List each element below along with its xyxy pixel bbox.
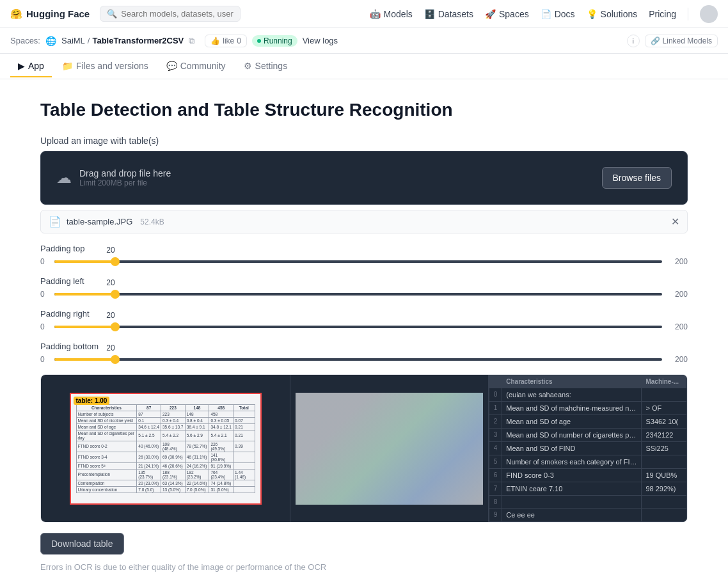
nav-spaces[interactable]: 🚀 Spaces [485,9,529,19]
link-icon: 🔗 [651,36,660,45]
search-bar[interactable]: 🔍 [100,6,241,22]
row-index: 9 [489,509,502,522]
sliders-container: Padding top 0 20 200 Padding left 0 [40,244,688,364]
table-row: 6 FIND score 0-3 19 QUB% [489,469,687,482]
row-c2: > OF [642,402,687,415]
table-row: 4 Mean and SD of FIND SSi225 [489,442,687,455]
slider-label-3: Padding bottom [40,342,688,351]
breadcrumb: SaiML / TableTransformer2CSV ⧉ [61,36,194,46]
breadcrumb-repo[interactable]: TableTransformer2CSV [92,36,184,45]
row-index: 8 [489,496,502,509]
view-logs-link[interactable]: View logs [303,36,338,45]
extracted-data-table: Characteristics Machine-... 0 (euian we … [489,375,687,522]
nav-datasets-label: Datasets [438,9,473,19]
nav-pricing[interactable]: Pricing [649,9,676,19]
model-icon: 🤖 [370,9,381,19]
tab-community[interactable]: 💬 Community [159,56,233,77]
structure-panel [290,375,489,522]
upload-zone-left: ☁ Drag and drop file here Limit 200MB pe… [56,168,171,187]
browse-files-button[interactable]: Browse files [602,167,672,189]
drag-text: Drag and drop file here [79,168,171,178]
slider-track-3[interactable]: 20 [54,358,662,361]
row-c2 [642,388,687,402]
slider-thumb-1[interactable]: 20 [111,290,120,299]
slider-thumb-3[interactable]: 20 [111,355,120,364]
table-row: 1 Mean and SD of mahchine-measured nicot… [489,402,687,415]
tab-settings[interactable]: ⚙ Settings [236,56,296,77]
slider-thumb-2[interactable]: 20 [111,322,120,331]
slider-row-1: 0 20 200 [40,290,688,299]
breadcrumb-org[interactable]: SaiML [61,36,85,45]
nav-docs[interactable]: 📄 Docs [541,9,575,19]
table-row: 3 Mean and SD of number of cigarettes pe… [489,429,687,442]
page-title: Table Detection and Table Structure Reco… [40,100,688,120]
status-dot [257,39,261,43]
upload-icon: ☁ [56,169,72,187]
slider-fill-2 [54,326,115,328]
nav-models-label: Models [384,9,413,19]
slider-value-1: 20 [106,278,115,287]
row-index: 6 [489,469,502,482]
nav-datasets[interactable]: 🗄️ Datasets [424,9,473,19]
slider-track-1[interactable]: 20 [54,293,662,296]
slider-row-0: 0 20 200 [40,257,688,266]
tab-community-label: Community [180,61,226,71]
slider-min-2: 0 [40,322,48,331]
settings-icon: ⚙ [244,61,252,71]
like-count: 0 [237,36,241,45]
like-label: like [223,36,234,45]
row-c1: Number of smokers each category of FIND [502,455,642,469]
slider-track-2[interactable]: 20 [54,326,662,328]
avatar[interactable] [700,5,718,23]
nav-models[interactable]: 🤖 Models [370,9,413,19]
site-logo[interactable]: 🤗 Hugging Face [10,8,90,20]
col-header-characteristics: Characteristics [502,375,642,388]
row-index: 7 [489,482,502,496]
tabs: ▶ App 📁 Files and versions 💬 Community ⚙… [0,54,728,79]
nav-spaces-label: Spaces [499,9,529,19]
tab-files[interactable]: 📁 Files and versions [54,56,156,77]
tab-app[interactable]: ▶ App [10,56,52,77]
row-c1: Mean and SD of age [502,415,642,429]
slider-thumb-0[interactable]: 20 [111,257,120,266]
info-icon[interactable]: i [627,35,640,47]
slider-max-3: 200 [669,355,688,364]
row-index: 5 [489,455,502,469]
row-c1: Ce ee ee [502,509,642,522]
nav-links: 🤖 Models 🗄️ Datasets 🚀 Spaces 📄 Docs 💡 S… [370,5,718,23]
slider-row-2: 0 20 200 [40,322,688,331]
nav-solutions[interactable]: 💡 Solutions [587,9,638,19]
top-nav: 🤗 Hugging Face 🔍 🤖 Models 🗄️ Datasets 🚀 … [0,0,728,28]
slider-value-3: 20 [106,343,115,352]
slider-row-3: 0 20 200 [40,355,688,364]
table-row: 2 Mean and SD of age S3462 10( [489,415,687,429]
upload-zone[interactable]: ☁ Drag and drop file here Limit 200MB pe… [40,151,688,205]
structure-image [296,393,483,505]
row-index: 1 [489,402,502,415]
linked-models-button[interactable]: 🔗 Linked Models [645,35,718,47]
error-text: Errors in OCR is due to either quality o… [40,562,688,572]
nav-pricing-label: Pricing [649,9,676,19]
tab-settings-label: Settings [255,61,288,71]
data-table-panel[interactable]: Characteristics Machine-... 0 (euian we … [489,375,687,522]
table-row: 5 Number of smokers each category of FIN… [489,455,687,469]
row-c2: S3462 10( [642,415,687,429]
remove-file-button[interactable]: ✕ [671,216,679,228]
main-content: Table Detection and Table Structure Reco… [25,79,703,584]
slider-track-0[interactable]: 20 [54,260,662,263]
search-input[interactable] [121,9,233,19]
row-index: 4 [489,442,502,455]
logo-text: Hugging Face [26,8,90,19]
slider-min-0: 0 [40,257,48,266]
logo-emoji: 🤗 [10,8,22,20]
spaces-icon: 🚀 [485,9,496,19]
col-header-machine: Machine-... [642,375,687,388]
like-button[interactable]: 👍 like 0 [205,35,247,47]
copy-icon[interactable]: ⧉ [189,36,194,46]
dataset-icon: 🗄️ [424,9,435,19]
table-row: 9 Ce ee ee [489,509,687,522]
row-c2: 2342122 [642,429,687,442]
download-table-button[interactable]: Download table [40,533,124,555]
search-icon: 🔍 [107,9,117,19]
row-c1 [502,496,642,509]
